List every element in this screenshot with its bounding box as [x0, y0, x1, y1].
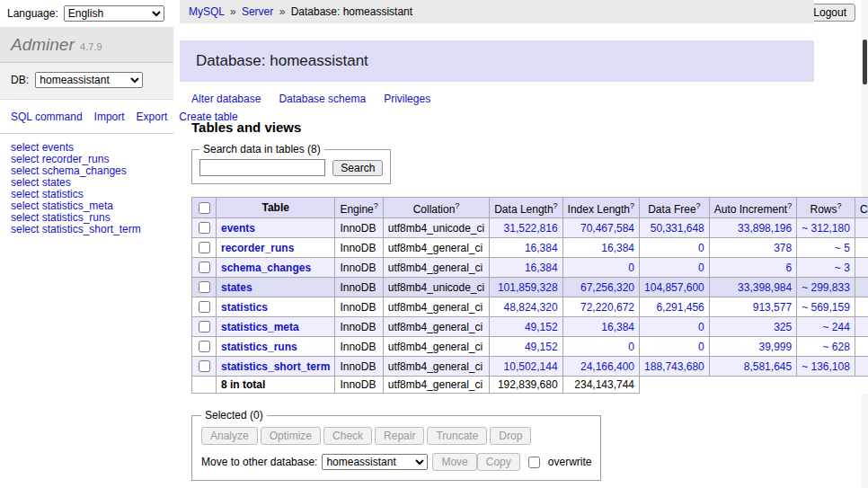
column-help-link[interactable]: ? — [837, 201, 842, 210]
sidebar-item-select-statistics-short-term[interactable]: select statistics_short_term — [11, 224, 163, 235]
action-link-privileges[interactable]: Privileges — [384, 93, 430, 105]
table-link-statistics-meta[interactable]: statistics_meta — [221, 321, 299, 333]
table-link-recorder-runs[interactable]: recorder_runs — [221, 242, 294, 254]
data-length-link[interactable]: 49,152 — [525, 321, 558, 333]
rows-count-link[interactable]: ~ 569,159 — [802, 301, 850, 314]
select-all-checkbox[interactable] — [199, 202, 210, 214]
column-help-link[interactable]: ? — [696, 201, 701, 210]
auto-increment-link[interactable]: 6 — [785, 262, 792, 274]
auto-increment-link[interactable]: 33,398,984 — [738, 281, 792, 294]
truncate-button[interactable]: Truncate — [427, 427, 487, 445]
move-db-select[interactable]: homeassistant — [322, 454, 428, 470]
index-length-link[interactable]: 16,384 — [601, 242, 634, 254]
comment-cell — [855, 218, 868, 238]
analyze-button[interactable]: Analyze — [201, 427, 258, 445]
column-help-link[interactable]: ? — [554, 201, 558, 210]
data-free-link[interactable]: 0 — [698, 242, 704, 254]
tables-table: TableEngine?Collation?Data Length?Index … — [191, 197, 868, 394]
auto-increment-link[interactable]: 33,898,196 — [738, 222, 792, 235]
breadcrumb-link-mysql[interactable]: MySQL — [189, 5, 225, 18]
data-length-link[interactable]: 49,152 — [525, 341, 558, 353]
move-button[interactable]: Move — [432, 453, 476, 471]
row-checkbox[interactable] — [199, 222, 210, 234]
auto-increment-link[interactable]: 39,999 — [758, 341, 792, 353]
index-length-link[interactable]: 0 — [628, 341, 634, 353]
selected-buttons: AnalyzeOptimizeCheckRepairTruncateDrop — [201, 427, 591, 445]
auto-increment-link[interactable]: 8,581,645 — [744, 360, 792, 373]
column-help-link[interactable]: ? — [630, 201, 634, 210]
table-link-statistics[interactable]: statistics — [221, 301, 268, 314]
rows-count-link[interactable]: ~ 5 — [835, 242, 850, 254]
table-name-cell: recorder_runs — [217, 238, 335, 258]
row-checkbox[interactable] — [199, 321, 210, 333]
row-checkbox[interactable] — [199, 341, 210, 352]
adminer-logo[interactable]: Adminer — [11, 35, 75, 54]
sidebar-table-links: select eventsselect recorder_runsselect … — [0, 134, 173, 244]
rows-count-link[interactable]: ~ 312,180 — [802, 222, 850, 235]
column-header-auto-increment: Auto Increment? — [709, 198, 796, 218]
data-length-link[interactable]: 16,384 — [525, 242, 558, 254]
collation-cell: utf8mb4_unicode_ci — [383, 278, 489, 297]
index-length-link[interactable]: 67,256,320 — [580, 281, 634, 294]
data-free-cell: 0 — [640, 337, 710, 357]
table-link-statistics-short-term[interactable]: statistics_short_term — [221, 360, 330, 373]
row-checkbox[interactable] — [199, 360, 210, 372]
row-checkbox[interactable] — [199, 262, 210, 273]
index-length-link[interactable]: 16,384 — [601, 321, 634, 333]
column-help-link[interactable]: ? — [455, 201, 459, 210]
overwrite-checkbox[interactable] — [528, 457, 540, 468]
row-checkbox[interactable] — [199, 242, 210, 253]
data-free-link[interactable]: 0 — [698, 262, 704, 274]
data-free-link[interactable]: 6,291,456 — [656, 301, 704, 314]
search-input[interactable] — [199, 159, 325, 176]
table-link-events[interactable]: events — [221, 222, 255, 235]
rows-count-link[interactable]: ~ 628 — [823, 341, 850, 353]
action-link-database-schema[interactable]: Database schema — [279, 93, 366, 105]
row-checkbox[interactable] — [199, 281, 210, 293]
index-length-link[interactable]: 72,220,672 — [580, 301, 634, 314]
table-link-states[interactable]: states — [221, 281, 252, 294]
index-length-link[interactable]: 0 — [628, 262, 634, 274]
auto-increment-link[interactable]: 378 — [774, 242, 792, 254]
column-header-comment: Comment? — [855, 198, 868, 218]
data-length-link[interactable]: 16,384 — [525, 262, 558, 274]
check-button[interactable]: Check — [323, 427, 372, 445]
sidebar-link-import[interactable]: Import — [94, 111, 125, 123]
data-free-link[interactable]: 0 — [698, 341, 704, 353]
index-length-link[interactable]: 70,467,584 — [580, 222, 634, 235]
rows-count-link[interactable]: ~ 244 — [823, 321, 850, 333]
data-length-link[interactable]: 10,502,144 — [504, 360, 558, 373]
index-length-link[interactable]: 24,166,400 — [580, 360, 634, 373]
auto-increment-link[interactable]: 325 — [774, 321, 792, 333]
rows-count-link[interactable]: ~ 136,108 — [802, 360, 850, 373]
data-free-link[interactable]: 0 — [698, 321, 704, 333]
data-free-link[interactable]: 188,743,680 — [644, 360, 704, 373]
comment-cell — [855, 258, 868, 278]
db-select[interactable]: homeassistant — [35, 72, 143, 88]
sidebar-link-sql-command[interactable]: SQL command — [11, 111, 83, 123]
data-free-link[interactable]: 50,331,648 — [651, 222, 704, 235]
auto-increment-link[interactable]: 913,577 — [753, 301, 792, 314]
rows-count-link[interactable]: ~ 299,833 — [802, 281, 850, 294]
column-help-link[interactable]: ? — [374, 201, 378, 210]
column-help-link[interactable]: ? — [787, 201, 792, 210]
copy-button[interactable]: Copy — [477, 453, 520, 471]
table-link-statistics-runs[interactable]: statistics_runs — [221, 341, 297, 353]
sidebar-link-export[interactable]: Export — [137, 111, 168, 123]
scrollbar-thumb[interactable] — [863, 40, 867, 84]
repair-button[interactable]: Repair — [375, 427, 424, 445]
row-checkbox[interactable] — [199, 301, 210, 313]
data-length-link[interactable]: 31,522,816 — [504, 222, 558, 235]
data-length-link[interactable]: 101,859,328 — [498, 281, 558, 294]
action-link-alter-database[interactable]: Alter database — [191, 93, 261, 105]
drop-button[interactable]: Drop — [490, 427, 531, 445]
data-length-link[interactable]: 48,824,320 — [504, 301, 558, 314]
language-select[interactable]: English — [64, 5, 164, 22]
table-link-schema-changes[interactable]: schema_changes — [221, 262, 311, 274]
optimize-button[interactable]: Optimize — [261, 427, 321, 445]
search-button[interactable]: Search — [332, 160, 383, 176]
rows-count-link[interactable]: ~ 3 — [835, 262, 850, 274]
data-free-link[interactable]: 104,857,600 — [644, 281, 704, 294]
breadcrumb: MySQL » Server » Database: homeassistant — [180, 0, 814, 23]
breadcrumb-link-server[interactable]: Server — [242, 5, 273, 18]
